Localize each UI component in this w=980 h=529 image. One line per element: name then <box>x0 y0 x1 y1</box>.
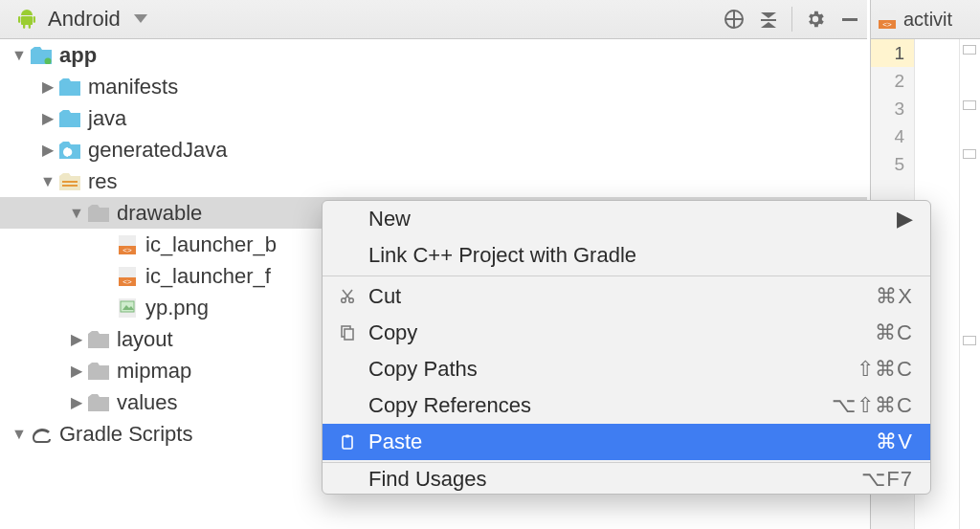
menu-item-new[interactable]: New ▶ <box>323 201 930 237</box>
tree-label: mipmap <box>117 359 191 384</box>
svg-rect-37 <box>343 436 352 449</box>
menu-label: Link C++ Project with Gradle <box>368 243 913 268</box>
svg-marker-7 <box>134 14 147 23</box>
line-number[interactable]: 2 <box>871 67 914 95</box>
svg-rect-4 <box>33 16 35 23</box>
menu-item-cut[interactable]: Cut ⌘X <box>323 278 930 315</box>
editor-marker-strip[interactable] <box>959 39 980 529</box>
folder-icon <box>86 205 111 222</box>
folder-icon <box>86 363 111 380</box>
menu-label: Copy <box>368 320 875 345</box>
menu-shortcut: ⌘C <box>875 320 913 345</box>
submenu-arrow-icon: ▶ <box>897 207 913 231</box>
svg-rect-14 <box>842 18 858 21</box>
line-number[interactable]: 3 <box>871 95 914 122</box>
menu-item-copy[interactable]: Copy ⌘C <box>323 315 930 351</box>
module-icon <box>29 47 54 64</box>
svg-rect-3 <box>18 16 20 23</box>
line-number[interactable]: 5 <box>871 150 914 178</box>
menu-shortcut: ⌥F7 <box>861 467 913 492</box>
line-number[interactable]: 4 <box>871 122 914 150</box>
tree-label: yp.png <box>145 296 209 320</box>
resource-folder-icon <box>57 173 82 190</box>
menu-item-find-usages[interactable]: Find Usages ⌥F7 <box>323 465 930 494</box>
collapse-all-button[interactable] <box>751 2 786 36</box>
marker-icon[interactable] <box>963 149 976 159</box>
tree-label: res <box>88 169 118 194</box>
dropdown-arrow-icon[interactable] <box>134 14 147 24</box>
svg-text:<>: <> <box>122 246 132 254</box>
svg-marker-13 <box>761 22 776 28</box>
scroll-to-source-button[interactable] <box>717 2 751 36</box>
tree-label: layout <box>117 327 173 352</box>
line-number[interactable]: 1 <box>871 39 914 67</box>
menu-item-link-cpp[interactable]: Link C++ Project with Gradle <box>323 237 930 274</box>
tree-label: ic_launcher_b <box>145 232 277 257</box>
menu-shortcut: ⌘V <box>876 430 913 454</box>
chevron-right-icon[interactable]: ▶ <box>67 330 86 348</box>
hide-panel-button[interactable] <box>833 2 867 36</box>
svg-rect-12 <box>761 19 776 21</box>
menu-label: Paste <box>368 430 876 454</box>
svg-rect-36 <box>345 329 353 340</box>
chevron-right-icon[interactable]: ▶ <box>38 77 57 96</box>
folder-icon <box>57 78 82 96</box>
tree-label: drawable <box>117 201 202 226</box>
marker-icon[interactable] <box>963 45 976 55</box>
menu-label: Copy Paths <box>368 357 857 382</box>
tree-node-res[interactable]: ▼ res <box>0 165 867 197</box>
svg-rect-17 <box>62 181 78 183</box>
svg-rect-38 <box>345 435 349 438</box>
clipboard-icon <box>334 433 361 451</box>
chevron-down-icon[interactable]: ▼ <box>67 205 86 222</box>
image-file-icon <box>115 298 140 318</box>
folder-icon <box>86 394 111 411</box>
editor-tab[interactable]: <> activit <box>871 0 980 39</box>
scissors-icon <box>334 288 361 305</box>
tree-label: Gradle Scripts <box>59 422 192 447</box>
tree-label: values <box>117 390 178 415</box>
chevron-down-icon[interactable]: ▼ <box>10 426 29 443</box>
tree-label: app <box>59 43 97 68</box>
project-view-selector[interactable]: Android <box>48 7 121 32</box>
chevron-right-icon[interactable]: ▶ <box>38 109 57 127</box>
chevron-down-icon[interactable]: ▼ <box>38 173 57 190</box>
svg-marker-11 <box>761 12 776 18</box>
marker-icon[interactable] <box>963 336 976 345</box>
svg-rect-18 <box>62 185 78 187</box>
svg-rect-6 <box>29 24 31 29</box>
folder-icon <box>86 331 111 348</box>
tree-node-java[interactable]: ▶ java <box>0 102 867 134</box>
generated-folder-icon <box>57 142 82 159</box>
svg-rect-5 <box>23 24 25 29</box>
marker-icon[interactable] <box>963 100 976 110</box>
svg-rect-2 <box>21 16 33 25</box>
chevron-right-icon[interactable]: ▶ <box>67 393 86 411</box>
menu-shortcut: ⌥⇧⌘C <box>832 393 913 418</box>
menu-label: Copy References <box>368 393 832 418</box>
project-panel-header: Android <box>0 0 867 39</box>
copy-icon <box>334 324 361 342</box>
menu-item-copy-references[interactable]: Copy References ⌥⇧⌘C <box>323 387 930 424</box>
tree-node-generatedjava[interactable]: ▶ generatedJava <box>0 134 867 165</box>
tree-node-manifests[interactable]: ▶ manifests <box>0 71 867 102</box>
menu-label: Find Usages <box>368 467 861 492</box>
menu-shortcut: ⇧⌘C <box>857 357 913 382</box>
xml-file-icon: <> <box>115 267 140 286</box>
menu-item-copy-paths[interactable]: Copy Paths ⇧⌘C <box>323 351 930 387</box>
chevron-right-icon[interactable]: ▶ <box>67 362 86 380</box>
menu-separator <box>323 276 930 276</box>
tree-node-app[interactable]: ▼ app <box>0 39 867 71</box>
android-icon <box>15 8 38 31</box>
chevron-right-icon[interactable]: ▶ <box>38 141 57 159</box>
xml-file-icon: <> <box>879 10 896 29</box>
settings-button[interactable] <box>798 2 833 36</box>
toolbar-divider <box>791 7 792 32</box>
menu-label: Cut <box>368 284 876 309</box>
svg-text:<>: <> <box>122 277 132 286</box>
menu-shortcut: ⌘X <box>876 284 913 309</box>
chevron-down-icon[interactable]: ▼ <box>10 47 29 64</box>
menu-item-paste[interactable]: Paste ⌘V <box>323 424 930 460</box>
editor-tab-label: activit <box>903 9 952 31</box>
svg-text:<>: <> <box>882 20 892 29</box>
